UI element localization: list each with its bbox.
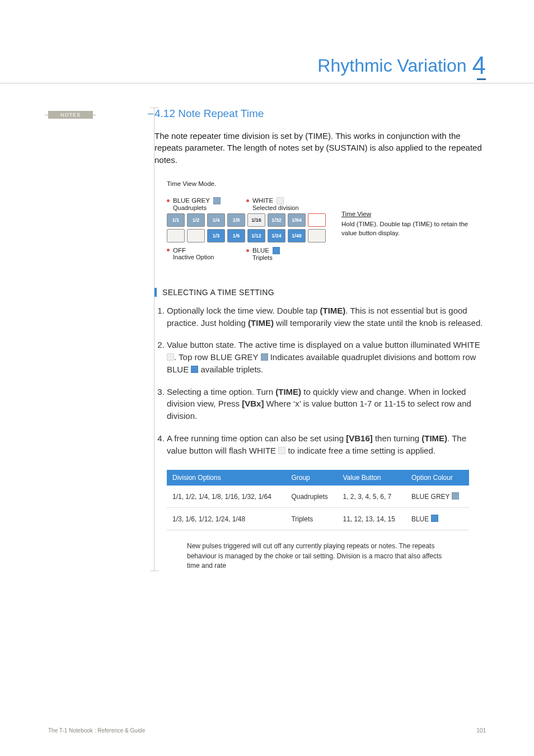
grid-cell [187, 229, 205, 242]
legend-white: WHITE Selected division [246, 197, 341, 211]
swatch-blue-grey [213, 197, 221, 204]
grid-cell: 1/16 [247, 213, 265, 227]
table-row: 1/1, 1/2, 1/4, 1/8, 1/16, 1/32, 1/64Quad… [167, 486, 469, 508]
footnote-text: New pulses triggered will cut off any cu… [187, 542, 450, 571]
step-2: Value button state. The active time is d… [167, 339, 486, 375]
legend-blue: BLUE Triplets [246, 247, 326, 261]
grid-cell: 1/12 [247, 229, 265, 242]
section-intro: The note repeater time division is set b… [154, 130, 486, 166]
diagram-side-note: Time View Hold (TIME). Double tap (TIME)… [341, 209, 481, 237]
notes-margin-label: NOTES [48, 111, 93, 119]
page-footer: The T-1 Notebook : Reference & Guide 101 [48, 727, 486, 734]
grid-cell: 1/1 [167, 213, 185, 227]
grid-cell: 1/24 [268, 229, 285, 242]
chapter-title: Rhythmic Variation [317, 55, 466, 76]
section-heading: 4.12 Note Repeat Time [154, 108, 486, 120]
procedure-heading: SELECTING A TIME SETTING [154, 288, 486, 297]
th-colour: Option Colour [406, 470, 469, 486]
swatch-bluegrey-inline [261, 353, 268, 361]
swatch-white [277, 197, 284, 204]
procedure-steps: Optionally lock the time view. Double ta… [154, 305, 486, 457]
step-3: Selecting a time option. Turn (TIME) to … [167, 386, 486, 422]
grid-cell: 1/4 [207, 213, 225, 227]
swatch-blue-inline [191, 366, 198, 373]
chapter-number: 4 [472, 52, 486, 80]
division-grid: 1/11/21/41/81/161/321/64 1/31/61/121/241… [167, 213, 341, 242]
footer-page-number: 101 [476, 727, 486, 734]
table-row: 1/3, 1/6, 1/12, 1/24, 1/48Triplets11, 12… [167, 508, 469, 530]
footer-doc-title: The T-1 Notebook : Reference & Guide [48, 727, 145, 734]
legend-blue-grey: BLUE GREY Quadruplets [167, 197, 246, 211]
step-4: A free running time option can also be s… [167, 432, 486, 457]
swatch-blue [273, 247, 280, 254]
th-value-button: Value Button [338, 470, 406, 486]
th-group: Group [285, 470, 337, 486]
grid-cell: 1/48 [288, 229, 306, 242]
grid-cell [167, 229, 185, 242]
grid-cell: 1/3 [207, 229, 225, 242]
division-options-table: Division Options Group Value Button Opti… [167, 470, 469, 530]
chapter-header: Rhythmic Variation 4 [0, 49, 534, 83]
swatch-white-inline [167, 353, 174, 361]
th-division: Division Options [167, 470, 285, 486]
swatch-white-inline-2 [278, 447, 285, 454]
header-tick-icon [477, 78, 486, 80]
diagram-title: Time View Mode. [167, 180, 486, 187]
grid-cell: 1/64 [288, 213, 306, 227]
grid-cell: 1/8 [227, 213, 245, 227]
grid-cell [308, 213, 326, 227]
grid-cell [308, 229, 326, 242]
legend-off: OFF Inactive Option [167, 247, 246, 261]
step-1: Optionally lock the time view. Double ta… [167, 305, 486, 329]
grid-cell: 1/6 [227, 229, 245, 242]
grid-cell: 1/2 [187, 213, 205, 227]
time-view-diagram: Time View Mode. BLUE GREY Quadruplets WH… [167, 180, 486, 261]
grid-cell: 1/32 [268, 213, 285, 227]
main-column: 4.12 Note Repeat Time The note repeater … [154, 108, 486, 571]
